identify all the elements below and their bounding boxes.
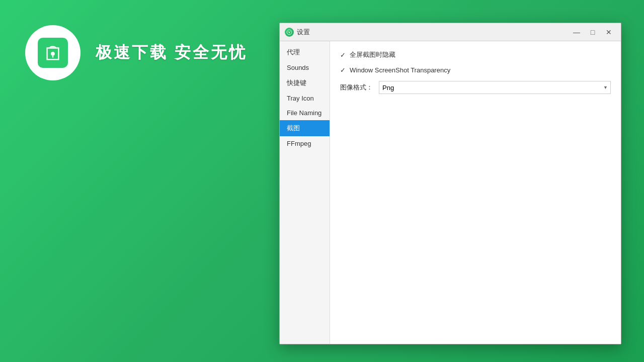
close-button[interactable]: ✕ [602,27,616,38]
svg-point-1 [287,30,292,35]
format-label: 图像格式： [340,83,373,92]
option2-label: Window ScreenShot Transparency [350,66,450,74]
sidebar-item-sounds[interactable]: Sounds [280,60,330,75]
format-select[interactable]: Png Jpg Bmp Gif [379,81,611,94]
option-fullscreen-hide: ✓ 全屏截图时隐藏 [340,50,611,59]
sidebar-item-proxy[interactable]: 代理 [280,44,330,60]
format-select-wrapper: Png Jpg Bmp Gif [379,81,611,94]
minimize-button[interactable]: — [570,27,584,38]
format-row: 图像格式： Png Jpg Bmp Gif [340,81,611,94]
title-bar-controls: — □ ✕ [570,27,616,38]
sidebar-item-screenshot[interactable]: 截图 [280,120,330,136]
branding-area: 极速下载 安全无忧 [25,25,247,80]
shopping-bag-icon [43,43,62,62]
content-area: ✓ 全屏截图时隐藏 ✓ Window ScreenShot Transparen… [330,41,621,344]
option1-label: 全屏截图时隐藏 [350,50,395,59]
settings-window: 设置 — □ ✕ 代理 Sounds 快捷键 Tray Icon File Na… [279,23,621,344]
logo-circle [25,25,80,80]
title-icon [286,29,292,35]
svg-point-0 [51,52,55,56]
maximize-button[interactable]: □ [586,27,600,38]
window-title: 设置 [297,28,570,37]
sidebar-item-ffmpeg[interactable]: FFmpeg [280,136,330,151]
option-window-transparency: ✓ Window ScreenShot Transparency [340,66,611,74]
title-bar: 设置 — □ ✕ [280,23,621,41]
sidebar: 代理 Sounds 快捷键 Tray Icon File Naming 截图 F… [280,41,330,344]
sidebar-item-filenaming[interactable]: File Naming [280,106,330,120]
check1-icon: ✓ [340,51,346,59]
tagline: 极速下载 安全无忧 [96,42,247,64]
sidebar-item-tray[interactable]: Tray Icon [280,91,330,106]
logo-icon [38,38,68,68]
title-bar-icon [285,28,294,37]
sidebar-item-shortcuts[interactable]: 快捷键 [280,75,330,91]
window-body: 代理 Sounds 快捷键 Tray Icon File Naming 截图 F… [280,41,621,344]
check2-icon: ✓ [340,66,346,74]
